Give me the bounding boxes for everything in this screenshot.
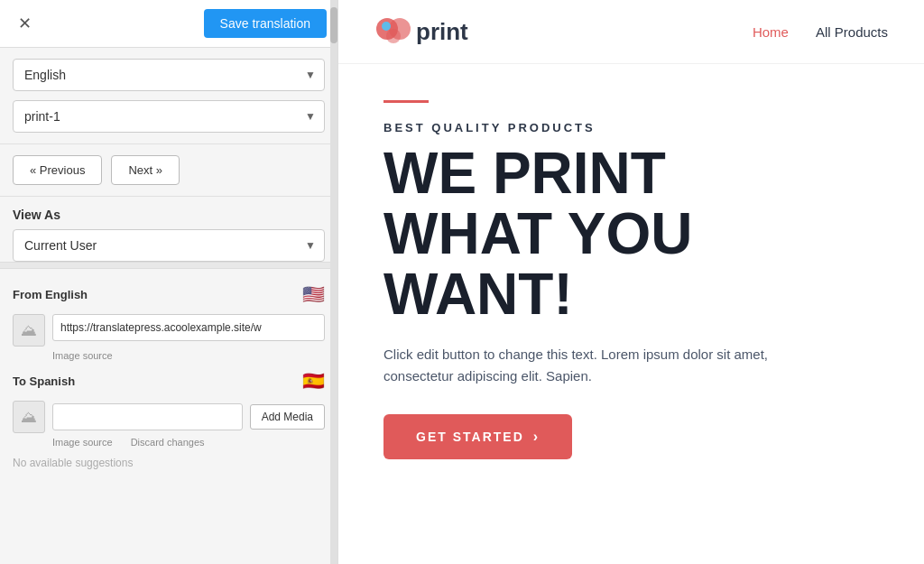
scrollbar-thumb[interactable]: [330, 7, 337, 43]
nav-home-link[interactable]: Home: [753, 24, 789, 40]
page-select[interactable]: print-1: [13, 100, 325, 133]
save-translation-button[interactable]: Save translation: [204, 9, 327, 38]
add-media-button[interactable]: Add Media: [250, 404, 325, 430]
to-image-icon: ⛰: [21, 408, 37, 427]
hero-accent-line: [383, 100, 429, 103]
scrollbar-track[interactable]: [330, 0, 337, 564]
next-button[interactable]: Next »: [111, 155, 180, 185]
logo-icon: [374, 13, 412, 51]
top-toolbar: ✕ Save translation: [0, 0, 337, 48]
no-suggestions-label: No available suggestions: [13, 457, 325, 469]
language-section: English ▼ print-1 ▼: [0, 48, 337, 144]
get-started-button[interactable]: GET STARTED ›: [383, 414, 572, 459]
from-image-source-label: Image source: [52, 350, 325, 361]
hero-section: BEST QUALITY PRODUCTS WE PRINT WHAT YOU …: [338, 64, 924, 495]
hero-title: WE PRINT WHAT YOU WANT!: [383, 143, 879, 326]
separator: [0, 262, 337, 269]
get-started-chevron: ›: [533, 429, 540, 445]
from-label: From English: [13, 288, 88, 301]
nav-buttons-section: « Previous Next »: [0, 144, 337, 197]
right-panel: print Home All Products BEST QUALITY PRO…: [338, 0, 924, 564]
svg-point-3: [382, 22, 391, 31]
to-image-source-label: Image source: [52, 437, 113, 448]
get-started-label: GET STARTED: [416, 430, 524, 444]
language-select[interactable]: English: [13, 59, 325, 91]
hero-description: Click edit button to change this text. L…: [383, 344, 835, 387]
from-flag: 🇺🇸: [302, 283, 325, 305]
hero-title-line3: WANT!: [383, 262, 573, 327]
to-image-row: ⛰ Add Media: [13, 401, 325, 433]
to-header: To Spanish 🇪🇸: [13, 370, 325, 392]
to-label: To Spanish: [13, 374, 75, 388]
to-image-thumb: ⛰: [13, 401, 45, 433]
hero-subtitle: BEST QUALITY PRODUCTS: [383, 121, 879, 134]
to-flag: 🇪🇸: [302, 370, 325, 392]
to-actions: Image source Discard changes: [52, 437, 325, 448]
previous-button[interactable]: « Previous: [13, 155, 102, 185]
view-as-label: View As: [13, 208, 325, 222]
from-image-row: ⛰: [13, 314, 325, 347]
view-as-select[interactable]: Current User: [13, 229, 325, 262]
to-image-url-input[interactable]: [52, 403, 243, 430]
nav-links: Home All Products: [753, 24, 888, 40]
nav-all-products-link[interactable]: All Products: [816, 24, 888, 40]
logo-text: print: [416, 18, 468, 46]
hero-title-line1: WE PRINT: [383, 141, 666, 206]
image-icon: ⛰: [21, 321, 37, 340]
svg-point-2: [386, 29, 401, 43]
translation-section: From English 🇺🇸 ⛰ Image source To Spanis…: [0, 269, 337, 484]
from-header: From English 🇺🇸: [13, 283, 325, 305]
from-image-url-input[interactable]: [52, 314, 325, 341]
from-image-thumb: ⛰: [13, 314, 45, 347]
to-section: To Spanish 🇪🇸 ⛰ Add Media Image source D…: [13, 370, 325, 469]
page-dropdown-wrapper: print-1 ▼: [13, 100, 325, 133]
site-logo: print: [374, 13, 468, 51]
site-navbar: print Home All Products: [338, 0, 924, 64]
view-as-dropdown-wrapper: Current User ▼: [13, 229, 325, 262]
view-as-section: View As Current User ▼: [0, 197, 337, 262]
close-button[interactable]: ✕: [11, 10, 39, 37]
discard-changes-label: Discard changes: [131, 437, 205, 448]
language-dropdown-wrapper: English ▼: [13, 59, 325, 91]
hero-title-line2: WHAT YOU: [383, 201, 693, 266]
left-panel: ✕ Save translation English ▼ print-1 ▼ «…: [0, 0, 338, 564]
